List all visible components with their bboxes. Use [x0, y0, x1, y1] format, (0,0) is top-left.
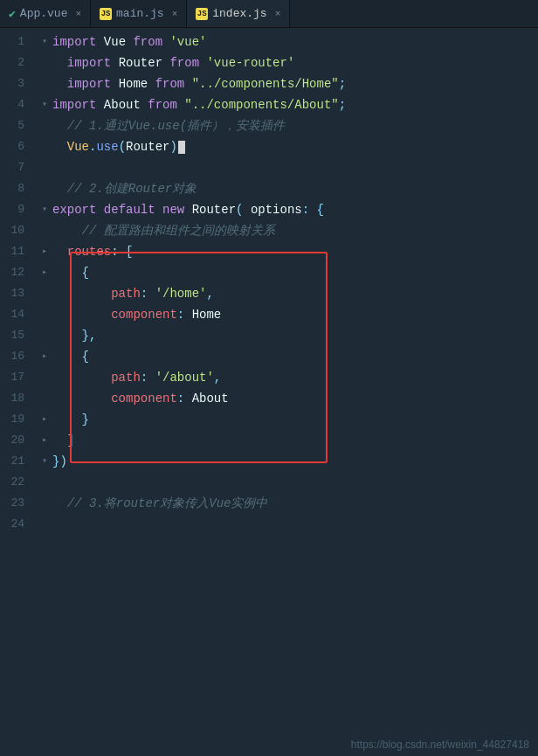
ln-17: 17 [0, 367, 24, 388]
ln-21: 21 [0, 451, 24, 472]
tab-label-main-js: main.js [116, 7, 164, 20]
ln-18: 18 [0, 388, 24, 409]
js-icon-index: JS [196, 8, 208, 20]
ln-11: 11 [0, 241, 24, 262]
ln-1: 1 [0, 31, 24, 52]
code-line-2: import Router from 'vue-router' [38, 52, 538, 73]
ln-19: 19 [0, 409, 24, 430]
str-path-about: '/about' [155, 367, 214, 388]
watermark: https://blog.csdn.net/weixin_44827418 [351, 739, 529, 751]
kw-import-1: import [52, 31, 96, 52]
code-area[interactable]: ▾ import Vue from 'vue' import Router fr… [31, 28, 538, 756]
str-path-home: '/home' [155, 283, 207, 304]
code-line-14: component : Home [38, 304, 538, 325]
comment-line-10: // 配置路由和组件之间的映射关系 [82, 220, 275, 241]
tab-close-index-js[interactable]: × [275, 9, 281, 19]
code-line-4: ▾ import About from "../components/About… [38, 94, 538, 115]
ln-5: 5 [0, 115, 24, 136]
ln-23: 23 [0, 493, 24, 514]
fold-19[interactable]: ▸ [38, 413, 51, 426]
fold-20[interactable]: ▸ [38, 434, 51, 447]
str-vue-router: 'vue-router' [206, 52, 294, 73]
fold-21[interactable]: ▾ [38, 455, 51, 468]
code-line-9: ▾ export default new Router ( options : … [38, 199, 538, 220]
js-icon-main: JS [100, 8, 112, 20]
code-line-22 [38, 472, 538, 493]
ln-22: 22 [0, 472, 24, 493]
code-line-3: import Home from "../components/Home" ; [38, 73, 538, 94]
tab-close-app-vue[interactable]: × [75, 9, 81, 19]
tab-label-index-js: index.js [212, 7, 266, 20]
code-line-11: ▸ routes : [ [38, 241, 538, 262]
ln-6: 6 [0, 136, 24, 157]
code-line-7 [38, 157, 538, 178]
str-vue: 'vue' [169, 31, 206, 52]
ln-13: 13 [0, 283, 24, 304]
tab-label-app-vue: App.vue [20, 7, 68, 20]
fold-12[interactable]: ▸ [38, 267, 51, 279]
code-line-24 [38, 514, 538, 535]
ln-10: 10 [0, 220, 24, 241]
code-line-6: Vue . use ( Router ) [38, 136, 538, 157]
ln-8: 8 [0, 178, 24, 199]
code-line-20: ▸ ] [38, 430, 538, 451]
ln-14: 14 [0, 304, 24, 325]
about-component: About [192, 388, 229, 409]
comment-line-5: // 1.通过Vue.use(插件），安装插件 [67, 115, 285, 136]
ln-7: 7 [0, 157, 24, 178]
code-line-15: }, [38, 325, 538, 346]
code-line-10: // 配置路由和组件之间的映射关系 [38, 220, 538, 241]
ln-24: 24 [0, 514, 24, 535]
code-line-13: path : '/home' , [38, 283, 538, 304]
str-about-path: "../components/About" [184, 94, 338, 115]
code-line-8: // 2.创建Router对象 [38, 178, 538, 199]
ln-16: 16 [0, 346, 24, 367]
tab-index-js[interactable]: JS index.js × [187, 0, 290, 27]
tab-main-js[interactable]: JS main.js × [91, 0, 187, 27]
fold-1[interactable]: ▾ [38, 36, 51, 48]
comment-line-23: // 3.将router对象传入Vue实例中 [67, 493, 268, 514]
code-line-16: ▸ { [38, 346, 538, 367]
fold-4[interactable]: ▾ [38, 99, 51, 111]
code-line-17: path : '/about' , [38, 367, 538, 388]
code-line-23: // 3.将router对象传入Vue实例中 [38, 493, 538, 514]
tab-bar: ✔ App.vue × JS main.js × JS index.js × [0, 0, 538, 28]
fold-11[interactable]: ▸ [38, 246, 51, 258]
code-line-1: ▾ import Vue from 'vue' [38, 31, 538, 52]
tab-close-main-js[interactable]: × [172, 9, 178, 19]
code-line-18: component : About [38, 388, 538, 409]
vue-icon: ✔ [9, 7, 16, 21]
line-numbers: 1 2 3 4 5 6 7 8 9 10 11 12 13 14 15 16 1… [0, 28, 31, 756]
tab-app-vue[interactable]: ✔ App.vue × [0, 0, 91, 27]
code-line-21: ▾ }) [38, 451, 538, 472]
cursor [178, 141, 185, 154]
code-line-5: // 1.通过Vue.use(插件），安装插件 [38, 115, 538, 136]
str-home-path: "../components/Home" [192, 73, 339, 94]
fold-9[interactable]: ▾ [38, 204, 51, 216]
code-line-19: ▸ } [38, 409, 538, 430]
ln-20: 20 [0, 430, 24, 451]
ln-12: 12 [0, 262, 24, 283]
ln-3: 3 [0, 73, 24, 94]
ln-2: 2 [0, 52, 24, 73]
ln-4: 4 [0, 94, 24, 115]
ln-9: 9 [0, 199, 24, 220]
comment-line-8: // 2.创建Router对象 [67, 178, 197, 199]
editor: 1 2 3 4 5 6 7 8 9 10 11 12 13 14 15 16 1… [0, 28, 538, 756]
fold-16[interactable]: ▸ [38, 350, 51, 363]
code-line-12: ▸ { [38, 262, 538, 283]
ln-15: 15 [0, 325, 24, 346]
